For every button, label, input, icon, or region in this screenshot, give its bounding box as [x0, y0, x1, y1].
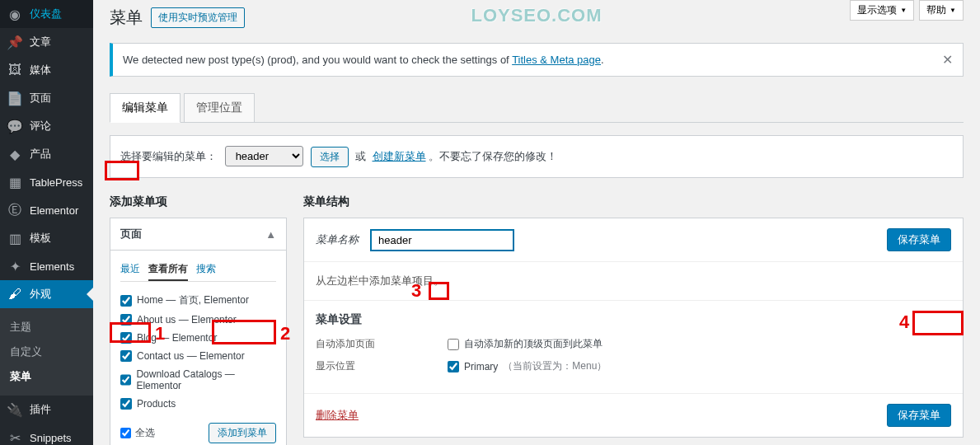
auto-add-label: 自动添加页面: [316, 337, 448, 351]
delete-menu-link[interactable]: 删除菜单: [316, 408, 359, 423]
add-to-menu-button[interactable]: 添加到菜单: [209, 423, 276, 443]
sidebar-item-products[interactable]: ◆产品: [0, 140, 93, 168]
help-button[interactable]: 帮助: [919, 0, 964, 21]
page-item[interactable]: About us — Elementor: [120, 311, 276, 329]
elements-icon: ✦: [7, 258, 23, 274]
save-menu-button-top[interactable]: 保存菜单: [887, 228, 951, 251]
page-item[interactable]: Products: [120, 395, 276, 413]
dismiss-notice-icon[interactable]: ✕: [942, 52, 953, 68]
page-checkbox[interactable]: [120, 314, 132, 326]
page-item[interactable]: Contact us — Elementor: [120, 347, 276, 365]
create-menu-link[interactable]: 创建新菜单: [373, 150, 426, 162]
page-item[interactable]: Blog — Elementor: [120, 329, 276, 347]
sidebar-item-posts[interactable]: 📌文章: [0, 28, 93, 56]
subtab-view-all[interactable]: 查看所有: [148, 259, 188, 281]
snippets-icon: ✂: [7, 429, 23, 445]
table-icon: ▦: [7, 174, 23, 190]
accordion-pages-header[interactable]: 页面 ▲: [110, 218, 286, 250]
accordion-pages: 页面 ▲ 最近 查看所有 搜索 Home — 首页, Elementor Abo…: [110, 218, 287, 445]
page-list: Home — 首页, Elementor About us — Elemento…: [120, 290, 276, 413]
auto-add-checkbox[interactable]: [448, 339, 459, 350]
caret-up-icon: ▲: [265, 228, 276, 241]
page-item[interactable]: Download Catalogs — Elementor: [120, 365, 276, 395]
annotation-number-2: 2: [280, 323, 290, 344]
select-all-checkbox[interactable]: [120, 428, 131, 438]
save-menu-button-bottom[interactable]: 保存菜单: [887, 404, 951, 427]
menu-settings-title: 菜单设置: [316, 312, 951, 327]
sidebar-submenu: 主题 自定义 菜单: [0, 308, 93, 396]
admin-sidebar: ◉仪表盘 📌文章 🖼媒体 📄页面 💬评论 ◆产品 ▦TablePress ⒺEl…: [0, 0, 93, 445]
menu-structure-title: 菜单结构: [303, 194, 964, 209]
main-content: LOYSEO.COM 显示选项 帮助 菜单 使用实时预览管理 We detect…: [93, 0, 980, 445]
subtab-search[interactable]: 搜索: [196, 259, 216, 281]
page-checkbox[interactable]: [120, 374, 131, 386]
menu-name-label: 菜单名称: [316, 232, 359, 247]
sidebar-item-elementor[interactable]: ⒺElementor: [0, 196, 93, 224]
menu-body-hint: 从左边栏中添加菜单项目。: [304, 262, 963, 300]
display-location-label: 显示位置: [316, 359, 448, 373]
sidebar-item-appearance[interactable]: 🖌外观: [0, 280, 93, 308]
select-all[interactable]: 全选: [120, 426, 155, 440]
template-icon: ▥: [7, 230, 23, 246]
sidebar-item-templates[interactable]: ▥模板: [0, 224, 93, 252]
menu-name-input[interactable]: [370, 229, 514, 251]
product-icon: ◆: [7, 146, 23, 162]
nav-tabs: 编辑菜单 管理位置: [110, 93, 964, 123]
media-icon: 🖼: [7, 62, 23, 78]
page-title: 菜单: [110, 7, 143, 29]
menu-select[interactable]: header: [225, 146, 303, 166]
notice-link[interactable]: Titles & Meta page: [512, 54, 601, 66]
page-checkbox[interactable]: [120, 398, 132, 410]
page-checkbox[interactable]: [120, 350, 132, 362]
menu-select-row: 选择要编辑的菜单： header 选择 或 创建新菜单 。不要忘了保存您的修改！: [110, 135, 964, 178]
dashboard-icon: ◉: [7, 6, 23, 22]
page-checkbox[interactable]: [120, 295, 132, 307]
sidebar-sub-themes[interactable]: 主题: [0, 315, 93, 340]
sidebar-item-dashboard[interactable]: ◉仪表盘: [0, 0, 93, 28]
sidebar-item-tablepress[interactable]: ▦TablePress: [0, 168, 93, 196]
select-button[interactable]: 选择: [311, 147, 349, 167]
sidebar-item-media[interactable]: 🖼媒体: [0, 56, 93, 84]
page-item[interactable]: Home — 首页, Elementor: [120, 290, 276, 311]
sidebar-item-comments[interactable]: 💬评论: [0, 112, 93, 140]
subtab-recent[interactable]: 最近: [120, 259, 140, 281]
live-preview-button[interactable]: 使用实时预览管理: [151, 7, 245, 28]
plugin-icon: 🔌: [7, 401, 23, 418]
screen-options-button[interactable]: 显示选项: [850, 0, 914, 21]
menu-panel: 菜单名称 保存菜单 从左边栏中添加菜单项目。 菜单设置 自动添加页面 自动添加新…: [303, 218, 964, 438]
watermark: LOYSEO.COM: [471, 5, 602, 26]
annotation-number-3: 3: [411, 280, 421, 302]
sidebar-sub-customize[interactable]: 自定义: [0, 340, 93, 364]
add-items-title: 添加菜单项: [110, 194, 287, 209]
sidebar-item-plugins[interactable]: 🔌插件: [0, 396, 93, 424]
menu-settings: 菜单设置 自动添加页面 自动添加新的顶级页面到此菜单 显示位置 Primary（…: [304, 300, 963, 393]
sidebar-item-elements[interactable]: ✦Elements: [0, 252, 93, 280]
sidebar-sub-menus[interactable]: 菜单: [0, 364, 93, 389]
location-primary-checkbox[interactable]: [448, 361, 459, 372]
appearance-icon: 🖌: [7, 286, 23, 302]
sidebar-item-snippets[interactable]: ✂Snippets: [0, 424, 93, 445]
pin-icon: 📌: [7, 34, 23, 50]
comment-icon: 💬: [7, 118, 23, 134]
annotation-number-4: 4: [899, 312, 909, 333]
page-checkbox[interactable]: [120, 332, 132, 344]
sidebar-item-pages[interactable]: 📄页面: [0, 84, 93, 112]
annotation-number-1: 1: [155, 323, 165, 344]
tab-edit-menu[interactable]: 编辑菜单: [110, 93, 181, 123]
admin-notice: We detected new post type(s) (prod), and…: [110, 43, 964, 77]
elementor-icon: Ⓔ: [7, 202, 23, 218]
tab-manage-locations[interactable]: 管理位置: [184, 93, 255, 123]
page-icon: 📄: [7, 90, 23, 106]
